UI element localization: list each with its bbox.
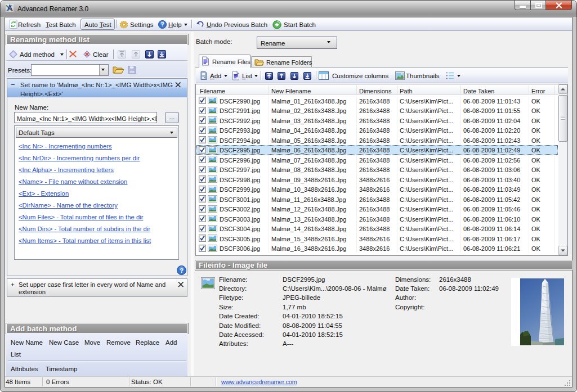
svg-text:?: ? xyxy=(180,267,184,274)
svg-text:?: ? xyxy=(160,21,164,28)
